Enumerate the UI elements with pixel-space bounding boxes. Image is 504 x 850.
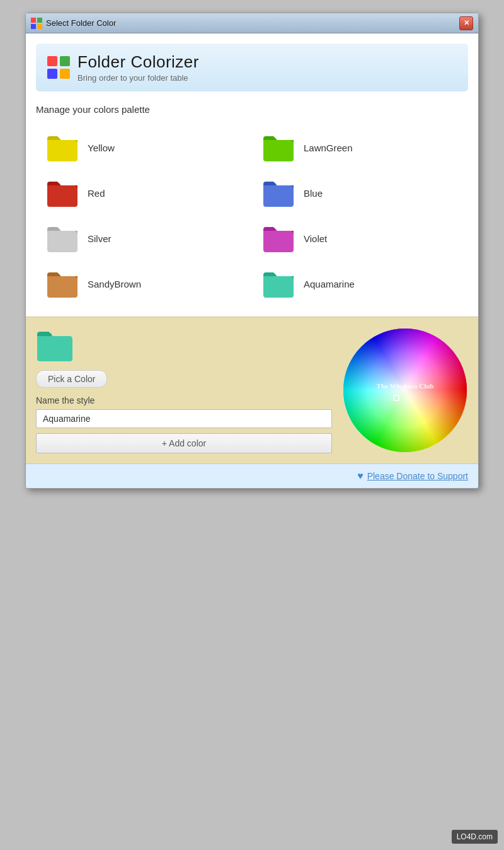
folder-icon-aquamarine xyxy=(262,269,295,299)
color-item-red[interactable]: Red xyxy=(36,170,252,216)
svg-rect-2 xyxy=(31,24,36,29)
title-bar: Select Folder Color ✕ xyxy=(26,13,478,33)
palette-section-title: Manage your colors palette xyxy=(36,104,468,115)
bottom-panel: Pick a Color Name the style + Add color xyxy=(26,317,478,463)
watermark: LO4D.com xyxy=(452,830,498,844)
pick-color-button[interactable]: Pick a Color xyxy=(36,370,107,388)
header-text: Folder Colorizer Bring order to your fol… xyxy=(77,52,199,83)
color-item-silver[interactable]: Silver xyxy=(36,216,252,261)
color-wheel[interactable] xyxy=(342,327,468,453)
app-title: Folder Colorizer xyxy=(77,52,199,72)
color-label-sandybrown: SandyBrown xyxy=(88,279,141,289)
heart-icon: ♥ xyxy=(357,470,364,482)
color-item-aquamarine[interactable]: Aquamarine xyxy=(252,261,468,306)
bottom-panel-content: Pick a Color Name the style + Add color xyxy=(36,327,468,453)
color-label-aquamarine: Aquamarine xyxy=(304,279,355,289)
color-item-yellow[interactable]: Yellow xyxy=(36,125,252,170)
svg-rect-0 xyxy=(31,18,36,23)
title-bar-icon xyxy=(31,18,42,29)
close-button[interactable]: ✕ xyxy=(459,16,473,30)
color-label-yellow: Yellow xyxy=(88,143,115,153)
color-item-sandybrown[interactable]: SandyBrown xyxy=(36,261,252,306)
main-window: Select Folder Color ✕ Folder Colorizer B… xyxy=(25,13,479,489)
svg-rect-3 xyxy=(37,24,42,29)
color-label-blue: Blue xyxy=(304,188,323,199)
preview-folder xyxy=(36,327,74,363)
folder-icon-silver xyxy=(46,223,79,253)
style-name-input[interactable] xyxy=(36,409,332,428)
svg-rect-7 xyxy=(60,69,70,79)
folder-icon-blue xyxy=(262,178,295,208)
colors-grid: Yellow LawnGreen xyxy=(36,125,468,306)
folder-icon-yellow xyxy=(46,132,79,163)
color-label-red: Red xyxy=(88,188,105,199)
bottom-left: Pick a Color Name the style + Add color xyxy=(36,327,332,453)
svg-rect-1 xyxy=(37,18,42,23)
folder-icon-lawngreen xyxy=(262,132,295,163)
app-tagline: Bring order to your folder table xyxy=(77,73,199,83)
color-item-blue[interactable]: Blue xyxy=(252,170,468,216)
folder-icon-violet xyxy=(262,223,295,253)
svg-rect-4 xyxy=(47,56,57,66)
title-bar-text: Select Folder Color xyxy=(46,18,116,28)
svg-rect-5 xyxy=(60,56,70,66)
color-label-lawngreen: LawnGreen xyxy=(304,143,353,153)
svg-rect-6 xyxy=(47,69,57,79)
folder-icon-red xyxy=(46,178,79,208)
app-icon xyxy=(47,56,70,79)
donate-link[interactable]: Please Donate to Support xyxy=(367,471,468,481)
add-color-button[interactable]: + Add color xyxy=(36,433,332,453)
footer-bar: ♥ Please Donate to Support xyxy=(26,463,478,488)
color-item-lawngreen[interactable]: LawnGreen xyxy=(252,125,468,170)
name-label: Name the style xyxy=(36,395,332,405)
pick-color-area: Pick a Color xyxy=(36,370,332,388)
color-wheel-container xyxy=(342,327,468,453)
header-banner: Folder Colorizer Bring order to your fol… xyxy=(36,44,468,91)
color-item-violet[interactable]: Violet xyxy=(252,216,468,261)
window-body: Folder Colorizer Bring order to your fol… xyxy=(26,33,478,317)
title-bar-left: Select Folder Color xyxy=(31,18,116,29)
color-label-violet: Violet xyxy=(304,233,327,244)
folder-icon-sandybrown xyxy=(46,269,79,299)
color-label-silver: Silver xyxy=(88,233,112,244)
